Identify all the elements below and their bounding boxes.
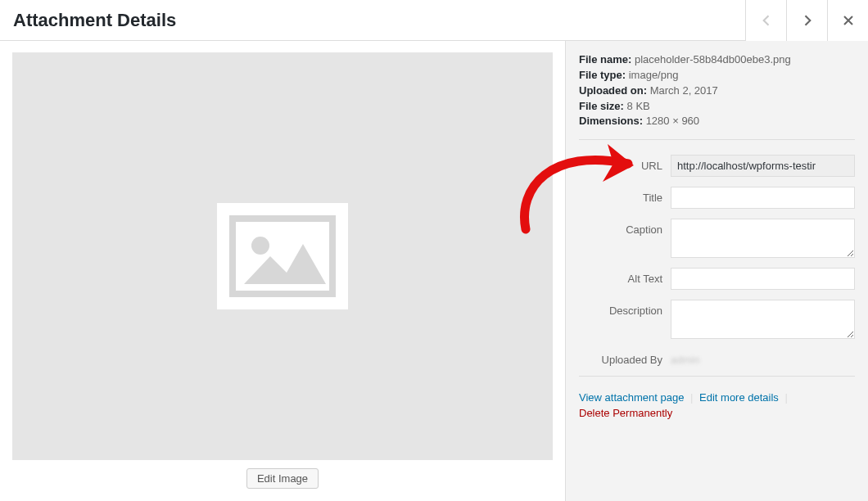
description-label: Description: [579, 300, 671, 317]
uploaded-on-value: March 2, 2017: [650, 84, 718, 97]
file-type-label: File type:: [579, 69, 626, 81]
uploaded-on-label: Uploaded on:: [579, 84, 647, 97]
file-name-label: File name:: [579, 53, 631, 65]
attachment-preview: [12, 52, 553, 460]
file-meta: File name: placeholder-58b84db00ebe3.png…: [579, 52, 855, 129]
edit-image-wrap: Edit Image: [246, 468, 319, 489]
image-placeholder-icon: [229, 215, 336, 297]
file-size-value: 8 KB: [627, 100, 650, 112]
alt-text-label: Alt Text: [579, 268, 671, 285]
header-controls: [745, 0, 868, 40]
details-sidebar: File name: placeholder-58b84db00ebe3.png…: [565, 41, 868, 501]
alt-text-input[interactable]: [671, 268, 855, 290]
divider: [579, 139, 855, 140]
dimensions-label: Dimensions:: [579, 115, 643, 127]
file-size-label: File size:: [579, 100, 624, 112]
url-input[interactable]: [671, 155, 855, 177]
uploaded-by-value: admin: [671, 349, 855, 366]
title-input[interactable]: [671, 187, 855, 209]
url-label: URL: [579, 155, 671, 172]
placeholder-image: [217, 203, 348, 309]
close-icon: [840, 12, 857, 29]
dimensions-value: 1280 × 960: [646, 115, 699, 127]
caption-textarea[interactable]: [671, 219, 855, 258]
separator: |: [785, 391, 788, 404]
attachment-settings: URL Title Caption Alt Text Description U…: [579, 155, 855, 366]
uploaded-by-label: Uploaded By: [579, 349, 671, 366]
caption-label: Caption: [579, 219, 671, 236]
attachment-actions: View attachment page | Edit more details…: [579, 391, 855, 419]
edit-more-details-link[interactable]: Edit more details: [699, 391, 779, 404]
divider: [579, 376, 855, 377]
modal-body: Edit Image File name: placeholder-58b84d…: [0, 41, 868, 501]
svg-point-1: [251, 237, 269, 255]
next-button[interactable]: [786, 0, 827, 41]
edit-image-button[interactable]: Edit Image: [246, 468, 319, 489]
delete-permanently-link[interactable]: Delete Permanently: [579, 407, 672, 419]
separator: |: [690, 391, 693, 404]
preview-pane: Edit Image: [0, 41, 565, 501]
title-label: Title: [579, 187, 671, 204]
modal-title: Attachment Details: [13, 10, 176, 31]
file-name-value: placeholder-58b84db00ebe3.png: [635, 53, 791, 65]
prev-button[interactable]: [745, 0, 786, 41]
description-textarea[interactable]: [671, 300, 855, 339]
chevron-left-icon: [758, 12, 775, 29]
modal-header: Attachment Details: [0, 0, 868, 41]
chevron-right-icon: [799, 12, 816, 29]
close-button[interactable]: [827, 0, 868, 41]
view-attachment-page-link[interactable]: View attachment page: [579, 391, 684, 404]
file-type-value: image/png: [629, 69, 679, 81]
